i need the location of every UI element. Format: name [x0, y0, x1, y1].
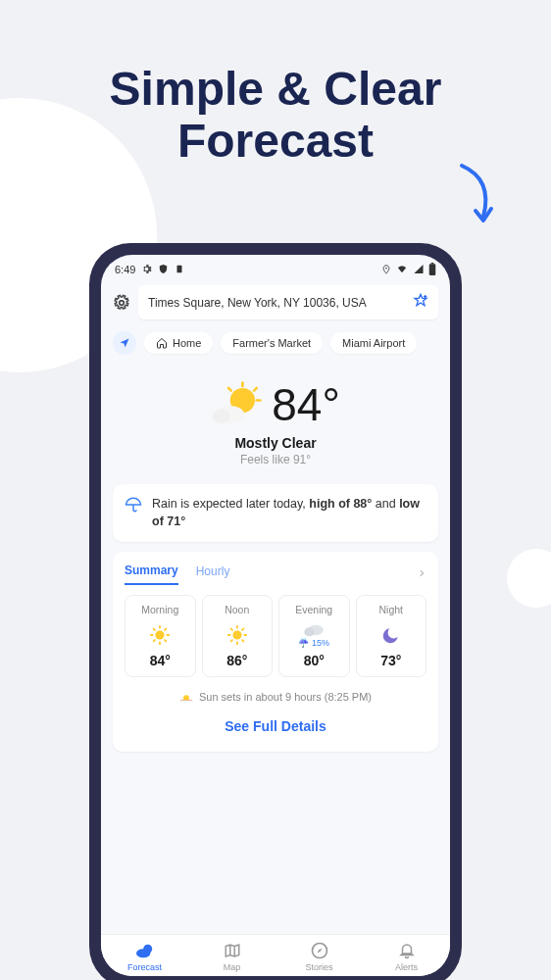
- svg-line-8: [228, 388, 231, 391]
- feels-like: Feels like 91°: [101, 453, 450, 466]
- arrow-icon: [454, 162, 497, 230]
- forecast-card: Summary Hourly Morning 84° Noon: [113, 552, 438, 752]
- home-icon: [156, 337, 168, 349]
- current-location-button[interactable]: [113, 331, 136, 355]
- umbrella-icon: [125, 496, 142, 514]
- period-noon[interactable]: Noon 86°: [202, 595, 274, 677]
- sunset-info: Sun sets in about 9 hours (8:25 PM): [125, 691, 426, 703]
- location-icon: [381, 264, 391, 275]
- signal-icon: [413, 264, 425, 274]
- star-plus-icon: [413, 293, 428, 309]
- period-night[interactable]: Night 73°: [356, 595, 427, 677]
- phone-screen: 6:49 Times Square, New York, NY 10036, U…: [101, 255, 450, 976]
- svg-point-10: [213, 410, 230, 423]
- map-icon: [223, 941, 242, 960]
- sunset-icon: [179, 691, 193, 703]
- svg-point-35: [136, 949, 150, 957]
- nav-map[interactable]: Map: [188, 941, 276, 972]
- status-left: 6:49: [115, 264, 184, 275]
- settings-button[interactable]: [113, 294, 130, 312]
- sun-icon: [129, 621, 191, 649]
- chip-label: Farmer's Market: [232, 337, 311, 349]
- headline-line-2: Forecast: [0, 116, 551, 168]
- sun-icon: [207, 621, 269, 649]
- forecast-tabs: Summary Hourly: [125, 564, 426, 595]
- svg-point-1: [385, 267, 387, 269]
- svg-line-19: [165, 629, 166, 630]
- bg-decoration: [507, 549, 551, 608]
- location-text: Times Square, New York, NY 10036, USA: [148, 296, 367, 310]
- headline-line-1: Simple & Clear: [0, 64, 551, 116]
- chip-miami-airport[interactable]: Miami Airport: [330, 332, 417, 354]
- current-temp: 84°: [272, 378, 340, 431]
- svg-rect-0: [177, 266, 182, 273]
- tab-summary[interactable]: Summary: [125, 564, 178, 585]
- svg-rect-33: [179, 701, 193, 704]
- current-condition: Mostly Clear: [101, 435, 450, 451]
- partly-sunny-icon: [211, 380, 264, 429]
- see-full-details-link[interactable]: See Full Details: [125, 718, 426, 740]
- svg-line-17: [165, 640, 166, 641]
- nav-forecast[interactable]: Forecast: [101, 941, 188, 972]
- tab-hourly[interactable]: Hourly: [196, 564, 230, 584]
- summary-card: Rain is expected later today, high of 88…: [113, 484, 438, 542]
- search-row: Times Square, New York, NY 10036, USA: [101, 279, 450, 325]
- gear-icon: [113, 294, 130, 312]
- chip-home[interactable]: Home: [144, 332, 213, 354]
- wifi-icon: [395, 264, 409, 274]
- current-main: 84°: [101, 378, 450, 431]
- gear-icon: [141, 264, 152, 274]
- current-weather: 84° Mostly Clear Feels like 91°: [101, 361, 450, 474]
- bell-icon: [398, 941, 416, 960]
- chip-label: Home: [173, 337, 201, 349]
- status-time: 6:49: [115, 264, 135, 275]
- saved-locations: Home Farmer's Market Miami Airport: [101, 325, 450, 361]
- svg-line-25: [230, 629, 231, 630]
- moon-icon: [361, 621, 423, 649]
- svg-line-27: [230, 640, 231, 641]
- svg-point-30: [304, 627, 315, 636]
- period-morning[interactable]: Morning 84°: [125, 595, 196, 677]
- compass-icon: [310, 941, 329, 960]
- period-evening[interactable]: Evening ☔ 15% 80°: [278, 595, 350, 677]
- status-right: [381, 263, 436, 275]
- svg-line-26: [242, 640, 243, 641]
- svg-point-11: [156, 630, 165, 639]
- chevron-right-icon[interactable]: [417, 565, 426, 583]
- bottom-nav: Forecast Map Stories Alerts: [101, 934, 450, 976]
- svg-line-28: [242, 629, 243, 630]
- svg-point-20: [232, 630, 241, 639]
- precip-chance: ☔ 15%: [298, 638, 329, 648]
- forecast-icon: [134, 941, 156, 960]
- add-favorite-button[interactable]: [413, 293, 428, 312]
- nav-alerts[interactable]: Alerts: [363, 941, 450, 972]
- chip-label: Miami Airport: [342, 337, 405, 349]
- svg-rect-3: [431, 263, 434, 264]
- svg-line-18: [154, 640, 155, 641]
- summary-text: Rain is expected later today, high of 88…: [152, 496, 426, 530]
- location-search[interactable]: Times Square, New York, NY 10036, USA: [138, 285, 438, 319]
- svg-line-6: [254, 388, 257, 391]
- navigation-icon: [119, 337, 130, 349]
- card-icon: [175, 264, 184, 274]
- headline: Simple & Clear Forecast: [0, 0, 551, 168]
- shield-icon: [158, 264, 169, 274]
- phone-frame: 6:49 Times Square, New York, NY 10036, U…: [89, 243, 462, 980]
- period-grid: Morning 84° Noon 86° Evening: [125, 595, 426, 677]
- battery-icon: [428, 263, 436, 275]
- svg-line-16: [154, 629, 155, 630]
- svg-rect-2: [429, 264, 436, 275]
- chip-farmers-market[interactable]: Farmer's Market: [221, 332, 323, 354]
- nav-stories[interactable]: Stories: [276, 941, 363, 972]
- status-bar: 6:49: [101, 255, 450, 279]
- cloud-rain-icon: ☔ 15%: [283, 621, 345, 649]
